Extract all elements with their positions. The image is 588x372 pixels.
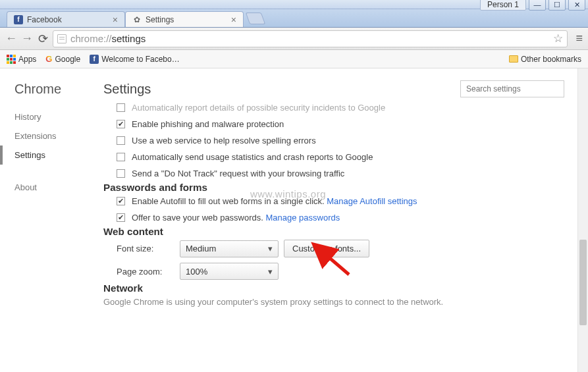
page-icon — [57, 34, 67, 43]
scroll-thumb[interactable] — [579, 240, 587, 325]
bookmark-google[interactable]: G Google — [45, 54, 80, 64]
sidebar-item-extensions[interactable]: Extensions — [14, 126, 102, 146]
font-size-select[interactable]: Medium — [180, 240, 279, 257]
bookmarks-bar: Apps G Google f Welcome to Facebo… Other… — [0, 50, 588, 68]
star-icon[interactable]: ☆ — [553, 32, 563, 45]
menu-icon[interactable]: ≡ — [575, 32, 583, 45]
bookmark-label: Google — [55, 55, 80, 64]
privacy-row-usage: Automatically send usage statistics and … — [103, 149, 564, 165]
close-tab-icon[interactable]: × — [113, 14, 118, 25]
network-text: Google Chrome is using your computer's s… — [103, 294, 564, 310]
checkbox[interactable] — [117, 213, 125, 222]
window-titlebar: Person 1 — ☐ ✕ — [0, 0, 588, 9]
settings-page: Chrome History Extensions Settings About… — [0, 68, 588, 372]
section-heading-webcontent: Web content — [103, 226, 564, 237]
url-path: settings — [112, 33, 146, 44]
maximize-button[interactable]: ☐ — [548, 0, 566, 11]
row-label: Use a web service to help resolve spelli… — [132, 136, 316, 146]
bookmark-label: Other bookmarks — [521, 55, 581, 64]
checkbox[interactable] — [117, 197, 125, 205]
sidebar-item-history[interactable]: History — [14, 107, 102, 126]
close-window-button[interactable]: ✕ — [568, 0, 585, 11]
section-heading-passwords: Passwords and forms — [103, 182, 564, 193]
row-label: Automatically send usage statistics and … — [132, 152, 373, 162]
facebook-icon: f — [14, 15, 23, 24]
section-heading-network: Network — [103, 282, 564, 294]
new-tab-button[interactable] — [246, 13, 266, 24]
tab-strip: f Facebook × ✿ Settings × — [0, 9, 588, 28]
row-label: Automatically report details of possible… — [132, 103, 385, 113]
facebook-icon: f — [90, 55, 99, 64]
bookmark-label: Apps — [18, 55, 36, 64]
manage-autofill-link[interactable]: Manage Autofill settings — [327, 196, 417, 206]
font-size-label: Font size: — [117, 244, 180, 253]
settings-main: Settings Automatically report details of… — [102, 68, 588, 372]
autofill-row: Enable Autofill to fill out web forms in… — [103, 193, 564, 209]
page-title: Settings — [103, 82, 151, 97]
sidebar-title: Chrome — [14, 82, 102, 97]
folder-icon — [509, 55, 518, 63]
bookmark-label: Welcome to Facebo… — [101, 55, 180, 64]
apps-icon — [7, 55, 16, 64]
checkbox[interactable] — [117, 169, 125, 178]
url-scheme: chrome:// — [70, 33, 112, 44]
privacy-row-phishing: Enable phishing and malware protection — [103, 116, 564, 132]
nav-toolbar: ← → ⟳ chrome://settings ☆ ≡ — [0, 28, 588, 50]
settings-sidebar: Chrome History Extensions Settings About — [0, 68, 102, 372]
omnibox[interactable]: chrome://settings ☆ — [53, 30, 568, 47]
tab-label: Facebook — [27, 15, 62, 24]
sidebar-item-about[interactable]: About — [14, 178, 102, 197]
checkbox[interactable] — [117, 153, 125, 161]
person-button[interactable]: Person 1 — [480, 0, 526, 11]
page-zoom-row: Page zoom: 100% — [103, 260, 564, 282]
checkbox[interactable] — [117, 136, 125, 145]
close-tab-icon[interactable]: × — [231, 14, 236, 25]
sidebar-item-settings[interactable]: Settings — [14, 146, 102, 165]
tab-facebook[interactable]: f Facebook × — [7, 11, 125, 27]
gear-icon: ✿ — [132, 15, 142, 24]
page-zoom-select[interactable]: 100% — [180, 263, 279, 280]
save-passwords-row: Offer to save your web passwords. Manage… — [103, 209, 564, 226]
tab-settings[interactable]: ✿ Settings × — [125, 11, 244, 27]
other-bookmarks[interactable]: Other bookmarks — [509, 55, 581, 64]
google-icon: G — [45, 54, 52, 64]
privacy-row-spelling: Use a web service to help resolve spelli… — [103, 132, 564, 149]
minimize-button[interactable]: — — [529, 0, 546, 11]
row-label: Enable phishing and malware protection — [132, 119, 284, 129]
privacy-row-dnt: Send a "Do Not Track" request with your … — [103, 165, 564, 182]
row-label: Enable Autofill to fill out web forms in… — [132, 196, 327, 206]
checkbox[interactable] — [117, 120, 125, 128]
privacy-row-report: Automatically report details of possible… — [103, 103, 564, 116]
font-size-row: Font size: Medium Customize fonts... — [103, 237, 564, 260]
row-label: Send a "Do Not Track" request with your … — [132, 169, 344, 178]
customize-fonts-button[interactable]: Customize fonts... — [284, 240, 369, 257]
search-settings-input[interactable] — [460, 80, 564, 97]
row-label: Offer to save your web passwords. — [132, 213, 266, 223]
back-icon[interactable]: ← — [5, 32, 17, 45]
manage-passwords-link[interactable]: Manage passwords — [266, 213, 340, 223]
scrollbar[interactable] — [577, 68, 588, 372]
page-zoom-label: Page zoom: — [117, 267, 180, 277]
reload-icon[interactable]: ⟳ — [37, 32, 49, 46]
checkbox[interactable] — [117, 103, 125, 112]
forward-icon: → — [21, 32, 33, 45]
bookmark-facebook[interactable]: f Welcome to Facebo… — [90, 55, 180, 64]
tab-label: Settings — [146, 15, 174, 24]
apps-button[interactable]: Apps — [7, 55, 36, 64]
